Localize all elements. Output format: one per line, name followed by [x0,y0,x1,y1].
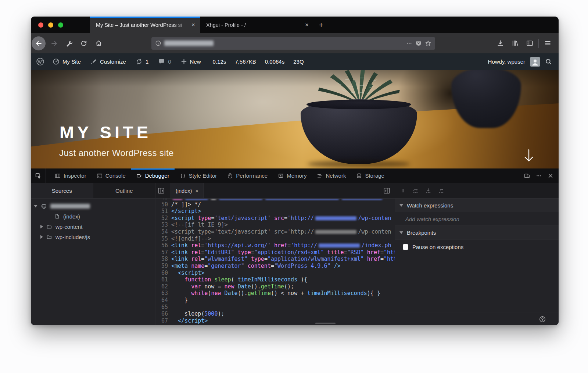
howdy-label[interactable]: Howdy, wpuser [488,58,525,65]
line-number[interactable]: 49 [155,199,171,201]
code-token: getTime [261,283,284,290]
site-title[interactable]: MY SITE [60,124,151,141]
close-icon[interactable] [548,173,553,179]
admin-bar-updates[interactable]: 1 [136,58,148,65]
help-icon[interactable] [539,316,546,323]
browser-tab[interactable]: My Site – Just another WordPress si× [90,17,200,33]
line-number[interactable]: 60 [155,270,171,277]
code-text: <link rel="EditURI" type="application/rs… [171,249,395,256]
chevron-right-icon[interactable] [40,235,43,239]
menu-icon[interactable] [542,38,553,49]
source-tree-item[interactable] [31,201,155,211]
wrench-icon[interactable] [63,38,75,49]
source-tree-item[interactable]: wp-content [31,221,155,232]
search-icon[interactable] [545,58,552,65]
devtools-tab-storage[interactable]: Storage [351,168,390,183]
pause-on-exceptions-checkbox[interactable] [403,244,408,250]
admin-bar-comments[interactable]: 0 [158,58,171,65]
code-text: var now = new Date().getTime(); [171,283,395,290]
page-actions-icon[interactable] [406,40,412,46]
file-tab-close-icon[interactable]: × [195,188,198,194]
line-number[interactable]: 66 [155,310,171,317]
download-icon[interactable] [494,38,506,49]
line-number[interactable]: 58 [155,256,171,263]
code-token: sleep( [171,310,204,317]
tab-close-icon[interactable]: × [190,22,197,28]
admin-bar-stat[interactable]: 7,567KB [235,58,256,65]
line-number[interactable]: 62 [155,283,171,290]
watch-expressions-header[interactable]: Watch expressions [395,199,559,212]
admin-bar-stat[interactable]: 0.0064s [265,58,284,65]
code-redacted [219,199,262,200]
devtools-tab-debugger[interactable]: Debugger [131,168,175,183]
devtools-tab-network[interactable]: Network [312,168,351,183]
avatar[interactable] [530,57,540,67]
browser-tab[interactable]: Xhgui - Profile - /× [200,17,314,33]
chevron-right-icon[interactable] [40,225,43,228]
devtools-tab-inspector[interactable]: Inspector [50,168,92,183]
step-out-icon[interactable] [438,188,444,194]
pick-element-icon[interactable] [31,168,46,183]
line-number[interactable]: 67 [155,317,171,324]
url-bar[interactable] [151,37,435,50]
line-number[interactable]: 54 [155,228,171,235]
source-tree-item[interactable]: (index) [31,211,155,221]
devtools-tab-console[interactable]: Console [92,168,131,183]
line-number[interactable]: 59 [155,263,171,270]
responsive-mode-icon[interactable] [524,173,530,179]
line-number[interactable]: 61 [155,276,171,283]
code-text: <script type='text/javascript' src='http… [171,215,395,222]
desktop: My Site – Just another WordPress si×Xhgu… [0,0,588,373]
line-number[interactable]: 63 [155,290,171,297]
zoom-window-button[interactable] [58,22,63,28]
line-number[interactable]: 56 [155,242,171,249]
line-number[interactable]: 52 [155,215,171,222]
step-in-icon[interactable] [425,188,431,194]
code-token [171,276,184,283]
library-icon[interactable] [509,38,521,49]
new-tab-button[interactable]: + [314,17,328,33]
source-tree-item[interactable]: wp-includes/js [31,232,155,242]
expand-right-panel-icon[interactable] [381,187,392,194]
meatball-menu-icon[interactable] [536,173,542,179]
scroll-down-arrow-icon[interactable] [523,148,535,163]
back-icon[interactable] [32,36,46,50]
home-icon[interactable] [93,38,104,49]
add-watch-expression-input[interactable]: Add watch expression [395,212,559,226]
wordpress-logo-icon[interactable] [36,57,44,66]
horizontal-scrollbar[interactable] [315,323,336,324]
info-icon[interactable] [155,40,161,46]
line-number[interactable]: 55 [155,235,171,242]
code-editor[interactable]: 4950/* ]]> */51</script>52<script type='… [155,199,395,325]
tab-close-icon[interactable]: × [304,22,310,28]
line-number[interactable]: 51 [155,208,171,215]
line-number[interactable]: 53 [155,221,171,228]
admin-bar-stat[interactable]: 23Q [293,58,304,65]
collapse-sources-panel-icon[interactable] [155,187,167,194]
tab-sources[interactable]: Sources [31,183,93,198]
step-over-icon[interactable] [412,188,419,194]
editor-file-tab[interactable]: (index) × [171,183,204,198]
admin-bar-my-site[interactable]: My Site [53,58,81,65]
line-number[interactable]: 57 [155,249,171,256]
close-window-button[interactable] [38,22,43,28]
pause-icon[interactable] [400,188,406,193]
line-number[interactable]: 65 [155,304,171,311]
devtools-tab-memory[interactable]: Memory [273,168,312,183]
forward-icon[interactable] [49,38,60,49]
chevron-down-icon[interactable] [34,205,37,207]
admin-bar-customize[interactable]: Customize [90,58,126,65]
tab-outline[interactable]: Outline [93,183,155,198]
sidebar-icon[interactable] [524,38,535,49]
admin-bar-stat[interactable]: 0.12s [213,58,226,65]
admin-bar-new[interactable]: New [181,58,201,65]
line-number[interactable]: 64 [155,297,171,304]
devtools-tab-style-editor[interactable]: Style Editor [175,168,222,183]
reload-icon[interactable] [78,38,90,49]
line-number[interactable]: 50 [155,201,171,208]
bookmark-star-icon[interactable] [425,40,431,47]
pocket-icon[interactable] [415,40,422,47]
devtools-tab-performance[interactable]: Performance [222,168,273,183]
breakpoints-header[interactable]: Breakpoints [395,226,559,239]
minimize-window-button[interactable] [48,22,53,28]
